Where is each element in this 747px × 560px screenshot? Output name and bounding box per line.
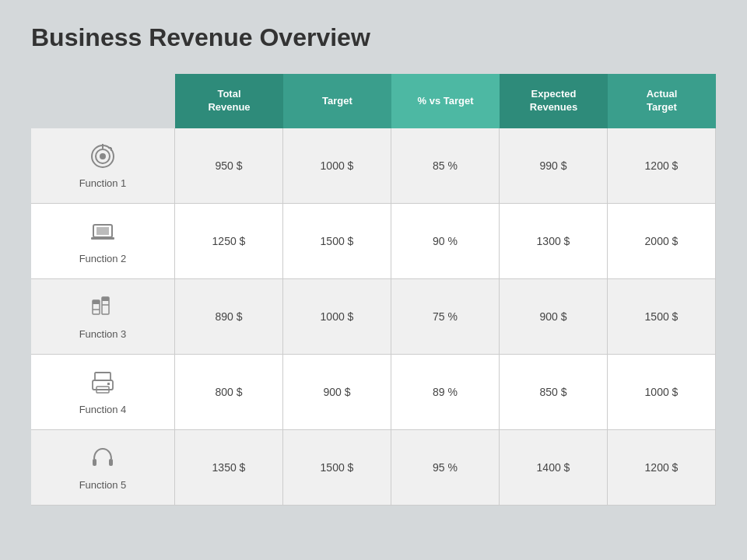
function-2-label: Function 2 [79,253,127,264]
cell-1-3: 990 $ [500,128,608,204]
cell-1-4: 1200 $ [608,128,716,204]
cell-3-1: 1000 $ [283,279,391,355]
svg-rect-8 [91,237,114,240]
header-actual-target: Actual Target [608,74,716,128]
row-label-function-4: Function 4 [31,355,175,430]
data-table: Total Revenue Target % vs Target Expecte… [175,74,716,506]
row-labels: Function 1 Function 2 [31,74,175,506]
cell-5-4: 1200 $ [608,430,716,506]
cell-2-0: 1250 $ [175,204,283,279]
page-title: Business Revenue Overview [31,23,716,52]
svg-rect-7 [96,227,109,235]
row-label-function-3: Function 3 [31,279,175,355]
data-row-4: 800 $ 900 $ 89 % 850 $ 1000 $ [175,355,716,430]
svg-rect-16 [93,380,113,390]
target-icon [89,143,116,173]
header-expected-revenues: Expected Revenues [500,74,608,128]
cell-4-2: 89 % [391,355,500,430]
header-pct-vs-target: % vs Target [391,74,500,128]
row-label-function-2: Function 2 [31,204,175,279]
data-row-1: 950 $ 1000 $ 85 % 990 $ 1200 $ [175,128,716,204]
svg-rect-20 [109,459,113,466]
cell-3-4: 1500 $ [608,279,716,355]
cell-4-4: 1000 $ [608,355,716,430]
row-label-function-5: Function 5 [31,430,175,506]
row-label-header-empty [31,74,175,128]
cell-1-1: 1000 $ [283,128,391,204]
svg-rect-18 [107,383,110,385]
cell-1-2: 85 % [391,128,500,204]
svg-point-2 [100,153,106,159]
cell-2-4: 2000 $ [608,204,716,279]
table-wrapper: Function 1 Function 2 [31,74,716,506]
function-4-label: Function 4 [79,404,127,415]
cell-4-3: 850 $ [500,355,608,430]
svg-rect-19 [93,459,96,466]
page: Business Revenue Overview Function 1 [0,0,747,560]
cell-1-0: 950 $ [175,128,283,204]
function-3-label: Function 3 [79,328,127,340]
cell-3-3: 900 $ [500,279,608,355]
cell-5-3: 1400 $ [500,430,608,506]
header-row: Total Revenue Target % vs Target Expecte… [175,74,716,128]
cell-2-1: 1500 $ [283,204,391,279]
printer-icon [89,369,116,399]
data-row-3: 890 $ 1000 $ 75 % 900 $ 1500 $ [175,279,716,355]
function-5-label: Function 5 [79,479,127,491]
cell-5-0: 1350 $ [175,430,283,506]
header-target: Target [283,74,391,128]
cell-5-2: 95 % [391,430,500,506]
cell-2-3: 1300 $ [500,204,608,279]
row-label-function-1: Function 1 [31,128,175,204]
data-row-2: 1250 $ 1500 $ 90 % 1300 $ 2000 $ [175,204,716,279]
tools-icon [89,294,116,324]
cell-5-1: 1500 $ [283,430,391,506]
cell-4-0: 800 $ [175,355,283,430]
laptop-icon [89,219,116,248]
cell-3-0: 890 $ [175,279,283,355]
header-total-revenue: Total Revenue [175,74,283,128]
data-row-5: 1350 $ 1500 $ 95 % 1400 $ 1200 $ [175,430,716,506]
function-1-label: Function 1 [79,177,127,189]
cell-4-1: 900 $ [283,355,391,430]
headphones-icon [89,445,116,474]
cell-2-2: 90 % [391,204,500,279]
cell-3-2: 75 % [391,279,500,355]
svg-rect-15 [95,373,110,380]
